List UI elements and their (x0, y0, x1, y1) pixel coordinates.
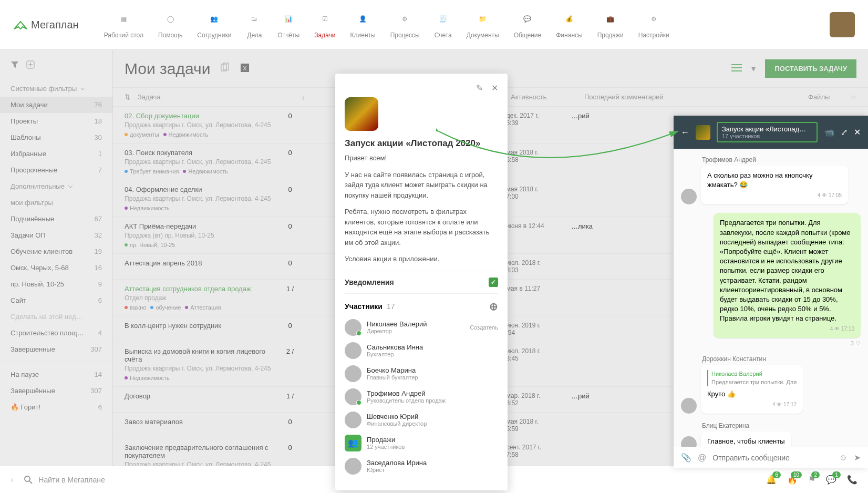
close-chat-icon[interactable]: ✕ (854, 127, 861, 137)
col-arrow[interactable]: ↓ (290, 93, 316, 101)
participant-row[interactable]: Заседалова ИринаЮрист (345, 458, 498, 475)
sidebar-section-extra[interactable]: Дополнительные (0, 178, 112, 194)
sidebar-section-my: мои фильтры (0, 194, 112, 211)
nav-Рабочий стол[interactable]: ▦Рабочий стол (104, 11, 143, 39)
modal-p1: У нас на сайте появилась страница с игро… (345, 170, 498, 201)
chat-header-avatar (696, 125, 710, 140)
sidebar-section-system[interactable]: Системные фильтры (0, 80, 112, 97)
modal-greeting: Привет всем! (345, 153, 498, 163)
sort-icon[interactable]: ⇅ (125, 93, 130, 101)
sidebar: Системные фильтры Мои задачи76Проекты18Ш… (0, 50, 113, 468)
add-participant-icon[interactable]: ⊕ (489, 300, 498, 313)
chat-info-modal: ✎ ✕ Запуск акции «Листопад 2020» Привет … (335, 74, 508, 490)
user-avatar[interactable] (830, 12, 855, 37)
participant-row[interactable]: Боечко МаринаГлавный бухгалтер (345, 365, 498, 382)
edit-icon[interactable]: ✎ (476, 83, 483, 93)
sidebar-item[interactable]: Проекты18 (0, 113, 112, 129)
notif-flag-icon[interactable]: ⚑2 (808, 475, 815, 485)
nav-Общение[interactable]: 💬Общение (514, 11, 542, 39)
video-icon[interactable]: 📹 (824, 127, 834, 137)
participant-row[interactable]: Николаев ВалерийДиректорСоздатель (345, 319, 498, 336)
nav-Клиенты[interactable]: 👤Клиенты (350, 11, 376, 39)
nav-Сотрудники[interactable]: 👥Сотрудники (197, 11, 231, 39)
svg-point-5 (25, 476, 30, 481)
emoji-icon[interactable]: ☺ (839, 453, 848, 463)
notif-fire-icon[interactable]: 🔥10 (787, 475, 798, 485)
modal-p3: Условия акции в приложении. (345, 254, 498, 264)
nav-Документы[interactable]: 📁Документы (467, 11, 499, 39)
back-icon[interactable]: ← (681, 128, 689, 137)
sidebar-item[interactable]: Омск, Черых, 5-6816 (0, 260, 112, 276)
sidebar-item[interactable]: Подчинённые67 (0, 211, 112, 227)
chat-panel: ← Запуск акции «Листопад… 17 участников … (674, 116, 868, 468)
sidebar-item[interactable]: пр. Новый, 10-259 (0, 276, 112, 292)
chat-message: Трофимов АндрейА сколько раз можно на кн… (681, 156, 861, 204)
nav-Финансы[interactable]: 💰Финансы (556, 11, 582, 39)
chat-body: Трофимов АндрейА сколько раз можно на кн… (674, 149, 868, 447)
top-nav: Мегаплан ▦Рабочий стол◯Помощь👥Сотрудники… (0, 0, 868, 50)
chevron-down-icon[interactable]: ▾ (751, 64, 756, 74)
sidebar-item[interactable]: Избранные1 (0, 146, 112, 162)
chat-header: ← Запуск акции «Листопад… 17 участников … (674, 116, 868, 149)
nav-Дела[interactable]: 🗂Дела (246, 11, 263, 39)
copy-icon[interactable] (220, 63, 230, 75)
nav-Настройки[interactable]: ⚙Настройки (638, 11, 669, 39)
nav-items: ▦Рабочий стол◯Помощь👥Сотрудники🗂Дела📊Отч… (104, 11, 825, 39)
notif-bell-icon[interactable]: 🔔6 (766, 475, 777, 485)
add-filter-icon[interactable] (26, 60, 35, 71)
chat-title-box[interactable]: Запуск акции «Листопад… 17 участников (717, 122, 818, 142)
participant-row[interactable]: 👥Продажи12 участников (345, 435, 498, 451)
col-activity[interactable]: Активность (511, 93, 584, 101)
sidebar-item[interactable]: Обучение клиентов19 (0, 243, 112, 260)
chat-message: Блиц ЕкатеринаГлавное, чтобы клиенты (681, 422, 861, 447)
col-comment[interactable]: Последний комментарий (584, 93, 808, 101)
nav-Помощь[interactable]: ◯Помощь (158, 11, 182, 39)
sidebar-item[interactable]: Сделать на этой нед… (0, 309, 112, 325)
participant-row[interactable]: Трофимов АндрейРуководитель отдела прода… (345, 388, 498, 405)
notif-chat-icon[interactable]: 💬1 (826, 475, 836, 485)
sidebar-item[interactable]: Завершённые307 (0, 383, 112, 399)
filter-icon[interactable] (11, 60, 19, 71)
notifications-row[interactable]: Уведомления ✓ (345, 271, 498, 293)
sidebar-item[interactable]: Задачи ОП32 (0, 227, 112, 243)
sidebar-item[interactable]: Сайт6 (0, 292, 112, 309)
notif-phone-icon[interactable]: 📞 (847, 475, 857, 485)
excel-icon[interactable]: X (240, 63, 250, 75)
modal-p2: Ребята, нужно посмотреть в фильтрах клие… (345, 207, 498, 248)
logo[interactable]: Мегаплан (13, 19, 79, 31)
send-icon[interactable]: ➤ (854, 453, 861, 463)
attach-icon[interactable]: 📎 (681, 453, 691, 463)
modal-title: Запуск акции «Листопад 2020» (345, 138, 498, 149)
list-icon[interactable] (731, 64, 742, 74)
expand-icon[interactable]: ⤢ (841, 127, 848, 137)
sidebar-item[interactable]: Мои задачи76 (0, 97, 112, 113)
sidebar-item[interactable]: 🔥 Горит!6 (0, 399, 112, 415)
create-task-button[interactable]: ПОСТАВИТЬ ЗАДАЧУ (765, 59, 856, 78)
svg-text:X: X (243, 65, 247, 71)
participant-row[interactable]: Сальникова ИннаБухгалтер (345, 342, 498, 359)
nav-Процессы[interactable]: ⚙Процессы (390, 11, 420, 39)
sidebar-item[interactable]: Шаблоны30 (0, 129, 112, 146)
sidebar-item[interactable]: Завершенные307 (0, 341, 112, 357)
nav-Отчёты[interactable]: 📊Отчёты (277, 11, 299, 39)
check-icon[interactable]: ✓ (489, 278, 498, 287)
mention-icon[interactable]: @ (698, 453, 706, 463)
chat-avatar (345, 97, 378, 131)
nav-Продажи[interactable]: 💼Продажи (597, 11, 624, 39)
chevron-left-icon[interactable]: ‹ (11, 475, 13, 485)
chat-message: Дорожкин КонстантинНиколаев ВалерийПредл… (681, 355, 861, 414)
chat-input-bar: 📎 @ ☺ ➤ (674, 447, 868, 468)
chat-input[interactable] (712, 454, 832, 462)
sidebar-item[interactable]: Строительство площ…4 (0, 325, 112, 341)
participants-header: Участники 17 ⊕ (345, 300, 498, 313)
nav-Задачи[interactable]: ☑Задачи (314, 11, 335, 39)
sidebar-item[interactable]: На паузе14 (0, 366, 112, 383)
close-icon[interactable]: ✕ (491, 83, 498, 93)
col-files[interactable]: Файлы (808, 93, 850, 101)
star-icon[interactable]: ☆ (850, 93, 856, 101)
nav-Счета[interactable]: 🧾Счета (435, 11, 452, 39)
col-task[interactable]: Задача (138, 93, 290, 101)
page-title: Мои задачи (125, 60, 210, 78)
sidebar-item[interactable]: Просроченные7 (0, 162, 112, 178)
participant-row[interactable]: Шевченко ЮрийФинансовый директор (345, 412, 498, 428)
